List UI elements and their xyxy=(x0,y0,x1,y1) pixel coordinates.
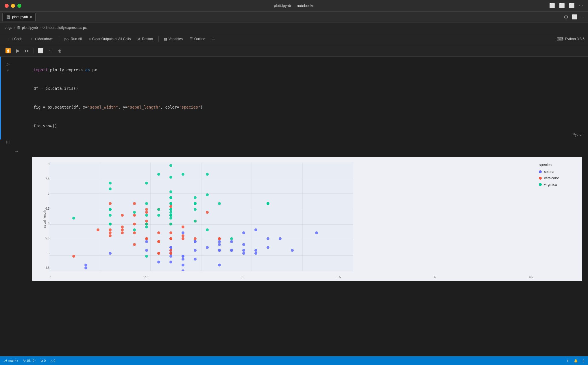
svg-point-139 xyxy=(169,217,172,220)
svg-point-37 xyxy=(182,255,184,258)
legend-item-virginica: virginica xyxy=(539,182,579,187)
breadcrumb-import[interactable]: ◇ import plotly.express as px xyxy=(42,26,87,30)
notifications-icon[interactable]: 🔔 xyxy=(574,359,578,363)
toolbar-separator-2 xyxy=(158,36,159,42)
sync-status[interactable]: ↻ 15↓ 0↑ xyxy=(23,359,36,363)
svg-point-132 xyxy=(194,208,197,211)
svg-point-142 xyxy=(145,202,148,205)
more-toolbar-button[interactable]: ··· xyxy=(209,36,218,42)
svg-point-29 xyxy=(182,264,184,267)
svg-point-86 xyxy=(133,231,136,234)
svg-point-140 xyxy=(145,223,148,226)
minimize-button[interactable] xyxy=(11,4,15,8)
split-cell-button[interactable]: ⬜ xyxy=(36,47,45,55)
settings-icon[interactable]: ⚙ xyxy=(564,14,568,20)
svg-point-44 xyxy=(145,240,148,243)
y-tick-labels: 8 7.5 7 6.5 6 5.5 5 4.5 xyxy=(34,163,49,269)
svg-point-97 xyxy=(194,237,197,240)
tile-horizontal-icon[interactable]: ⬜ xyxy=(559,3,565,8)
breadcrumb-bugs[interactable]: bugs xyxy=(5,26,12,30)
svg-point-146 xyxy=(169,196,172,199)
legend-item-setosa: setosa xyxy=(539,170,579,174)
window-controls[interactable] xyxy=(5,4,21,8)
svg-point-133 xyxy=(218,202,221,205)
outline-button[interactable]: ☰ Outline xyxy=(187,36,208,42)
window-layout-buttons[interactable]: ⬜ ⬜ ⬜ ⋯ xyxy=(549,3,583,8)
svg-point-14 xyxy=(84,264,87,267)
variables-button[interactable]: ▦ Variables xyxy=(161,36,186,42)
svg-point-50 xyxy=(242,243,245,246)
warnings-status[interactable]: △ 0 xyxy=(50,359,55,363)
python-version-label: Python 3.8.5 xyxy=(565,37,585,41)
toolbar: ＋ + Code ＋ + Markdown ▷▷ Run All ≡ Clear… xyxy=(0,33,588,45)
run-next-button[interactable]: ⏭ xyxy=(23,47,31,55)
cell-number-row: [1] xyxy=(0,139,588,144)
tile-vertical-icon[interactable]: ⬜ xyxy=(549,3,555,8)
maximize-button[interactable] xyxy=(17,4,21,8)
plus-icon: ＋ xyxy=(29,36,33,41)
svg-point-75 xyxy=(145,208,148,211)
output-content: ... sepal_length 8 7.5 7 6.5 6 5.5 5 xyxy=(15,144,588,287)
svg-point-32 xyxy=(169,246,172,249)
svg-point-131 xyxy=(157,208,160,211)
source-control-icon[interactable]: ⬆ xyxy=(567,359,569,363)
more-cell-button[interactable]: ··· xyxy=(47,47,54,55)
cell-code-content[interactable]: import plotly.express as px df = px.data… xyxy=(15,57,568,139)
svg-point-91 xyxy=(157,240,160,243)
add-code-button[interactable]: ＋ + Code xyxy=(3,35,25,43)
legend-item-versicolor: versicolor xyxy=(539,176,579,180)
more-icon[interactable]: ⋯ xyxy=(579,3,583,8)
svg-point-121 xyxy=(145,226,148,228)
svg-point-47 xyxy=(194,258,197,261)
run-cell-button[interactable]: ▶ xyxy=(14,47,21,55)
tabbar-right-controls[interactable]: ⚙ ⬜ ⋯ xyxy=(564,14,586,20)
legend-label-versicolor: versicolor xyxy=(544,176,559,180)
code-cell: ▷ ∨ import plotly.express as px df = px.… xyxy=(0,57,588,139)
svg-point-73 xyxy=(169,205,172,208)
svg-point-141 xyxy=(169,214,172,217)
split-icon[interactable]: ⬜ xyxy=(569,3,575,8)
add-markdown-button[interactable]: ＋ + Markdown xyxy=(27,35,56,43)
split-editor-icon[interactable]: ⬜ xyxy=(572,14,578,20)
code-editor-icon[interactable]: {} xyxy=(583,359,585,362)
svg-point-130 xyxy=(182,173,184,176)
svg-point-25 xyxy=(230,240,233,243)
svg-point-87 xyxy=(169,231,172,234)
delete-cell-button[interactable]: 🗑 xyxy=(56,47,64,54)
legend-dot-versicolor xyxy=(539,177,542,180)
svg-point-76 xyxy=(145,220,148,223)
cell-run-gutter-button[interactable]: ▷ xyxy=(5,61,10,67)
run-all-button[interactable]: ▷▷ Run All xyxy=(61,36,85,42)
restart-button[interactable]: ↺ Restart xyxy=(135,36,156,42)
overflow-icon[interactable]: ⋯ xyxy=(581,14,586,20)
svg-point-124 xyxy=(145,214,148,217)
svg-point-93 xyxy=(182,234,184,237)
svg-point-109 xyxy=(169,176,172,179)
close-button[interactable] xyxy=(5,4,9,8)
variables-icon: ▦ xyxy=(164,37,167,41)
svg-point-126 xyxy=(169,202,172,205)
svg-point-136 xyxy=(133,211,136,214)
restart-icon: ↺ xyxy=(138,37,140,41)
cell-toolbar-sep xyxy=(34,48,34,53)
code-editor[interactable]: import plotly.express as px df = px.data… xyxy=(15,59,568,137)
toolbar-right: ⌨ Python 3.8.5 xyxy=(557,36,585,42)
tab-plott-ipynb[interactable]: 📓 plott.ipynb xyxy=(2,13,36,21)
output-gutter xyxy=(1,144,15,287)
svg-point-63 xyxy=(109,202,112,205)
errors-status[interactable]: ⊘ 0 xyxy=(40,359,46,363)
breadcrumb-plott-ipynb[interactable]: 📓 plott.ipynb xyxy=(17,26,38,30)
clear-icon: ≡ xyxy=(89,37,91,41)
execute-above-button[interactable]: ⏫ xyxy=(3,47,13,55)
scatter-plot-area[interactable]: sepal_length 8 7.5 7 6.5 6 5.5 5 4.5 xyxy=(32,157,582,281)
cell-collapse-btn[interactable]: ∨ xyxy=(7,68,9,72)
svg-point-48 xyxy=(291,249,294,252)
notebook-icon: 📓 xyxy=(6,15,10,19)
svg-point-148 xyxy=(267,202,269,205)
legend-title: species xyxy=(539,163,579,167)
clear-outputs-button[interactable]: ≡ Clear Outputs of All Cells xyxy=(86,36,134,42)
svg-point-65 xyxy=(121,231,124,234)
branch-status[interactable]: ⎇ main*+ xyxy=(3,359,19,363)
svg-point-61 xyxy=(121,214,124,217)
svg-point-105 xyxy=(133,228,136,231)
